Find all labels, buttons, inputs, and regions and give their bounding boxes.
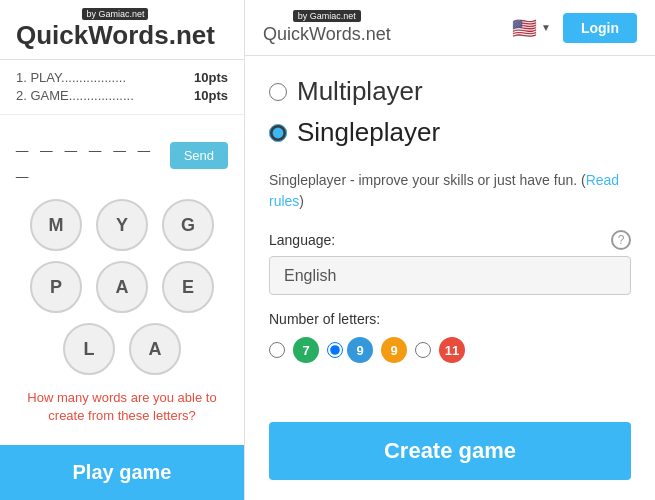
number-option-11-radio[interactable] [415, 342, 431, 358]
create-game-button[interactable]: Create game [269, 422, 631, 480]
number-radio-11[interactable] [415, 342, 431, 358]
language-select[interactable]: English [269, 256, 631, 295]
right-gamiac-badge: by Gamiac.net [293, 10, 361, 22]
singleplayer-option[interactable]: Singleplayer [269, 117, 631, 148]
number-option-9y[interactable]: 9 [381, 337, 407, 363]
letter-row-3: L A [63, 323, 181, 375]
flag-arrow-icon: ▼ [541, 22, 551, 33]
score-row-1: 1. PLAY.................. 10pts [16, 70, 228, 85]
letter-P[interactable]: P [30, 261, 82, 313]
multiplayer-option[interactable]: Multiplayer [269, 76, 631, 107]
left-panel: by Gamiac.net QuickWords.net 1. PLAY....… [0, 0, 245, 500]
right-header: by Gamiac.net QuickWords.net 🇺🇸 ▼ Login [245, 0, 655, 56]
mode-description: Singleplayer - improve your skills or ju… [269, 170, 631, 212]
login-button[interactable]: Login [563, 13, 637, 43]
letter-A2[interactable]: A [129, 323, 181, 375]
letter-grid: M Y G P A E L A [0, 189, 244, 381]
score-label-1: 1. PLAY.................. [16, 70, 126, 85]
left-gamiac-badge: by Gamiac.net [82, 8, 148, 20]
number-label: Number of letters: [269, 311, 631, 327]
letter-L[interactable]: L [63, 323, 115, 375]
language-label: Language: ? [269, 230, 631, 250]
mode-radio-group: Multiplayer Singleplayer [269, 76, 631, 158]
letter-row-2: P A E [30, 261, 214, 313]
right-site-title: QuickWords.net [263, 24, 391, 45]
word-display: _ _ _ _ _ _ _ Send [0, 115, 244, 189]
number-radio-blank[interactable] [269, 342, 285, 358]
singleplayer-radio[interactable] [269, 124, 287, 142]
badge-11[interactable]: 11 [439, 337, 465, 363]
language-group: Language: ? English [269, 230, 631, 295]
send-button[interactable]: Send [170, 142, 228, 169]
number-option-7[interactable]: 7 [293, 337, 319, 363]
letter-Y[interactable]: Y [96, 199, 148, 251]
scoreboard: 1. PLAY.................. 10pts 2. GAME.… [0, 60, 244, 115]
number-radio-9[interactable] [327, 342, 343, 358]
badge-9y[interactable]: 9 [381, 337, 407, 363]
number-option-11r[interactable]: 11 [439, 337, 465, 363]
language-help-icon[interactable]: ? [611, 230, 631, 250]
number-options: 7 9 9 11 [269, 337, 631, 363]
badge-9[interactable]: 9 [347, 337, 373, 363]
letter-G[interactable]: G [162, 199, 214, 251]
number-of-letters-group: Number of letters: 7 9 9 [269, 311, 631, 363]
right-panel: by Gamiac.net QuickWords.net 🇺🇸 ▼ Login … [245, 0, 655, 500]
left-brand: by Gamiac.net QuickWords.net [16, 12, 215, 51]
header-actions: 🇺🇸 ▼ Login [512, 13, 637, 43]
left-site-title: QuickWords.net [16, 20, 215, 51]
word-blanks: _ _ _ _ _ _ _ [16, 129, 170, 181]
score-pts-1: 10pts [194, 70, 228, 85]
score-pts-2: 10pts [194, 88, 228, 103]
number-option-blank[interactable] [269, 342, 285, 358]
score-label-2: 2. GAME.................. [16, 88, 134, 103]
letter-row-1: M Y G [30, 199, 214, 251]
badge-7[interactable]: 7 [293, 337, 319, 363]
singleplayer-label: Singleplayer [297, 117, 440, 148]
flag-icon: 🇺🇸 [512, 16, 537, 40]
right-brand-area: by Gamiac.net QuickWords.net [263, 10, 391, 45]
letter-A[interactable]: A [96, 261, 148, 313]
right-content: Multiplayer Singleplayer Singleplayer - … [245, 56, 655, 500]
letter-E[interactable]: E [162, 261, 214, 313]
multiplayer-radio[interactable] [269, 83, 287, 101]
number-option-9[interactable]: 9 [327, 337, 373, 363]
hint-text: How many words are you able to create fr… [0, 381, 244, 435]
left-header: by Gamiac.net QuickWords.net [0, 0, 244, 60]
read-rules-link[interactable]: Read rules [269, 172, 619, 209]
score-row-2: 2. GAME.................. 10pts [16, 88, 228, 103]
flag-selector[interactable]: 🇺🇸 ▼ [512, 16, 551, 40]
letter-M[interactable]: M [30, 199, 82, 251]
play-button[interactable]: Play game [0, 445, 244, 500]
multiplayer-label: Multiplayer [297, 76, 423, 107]
